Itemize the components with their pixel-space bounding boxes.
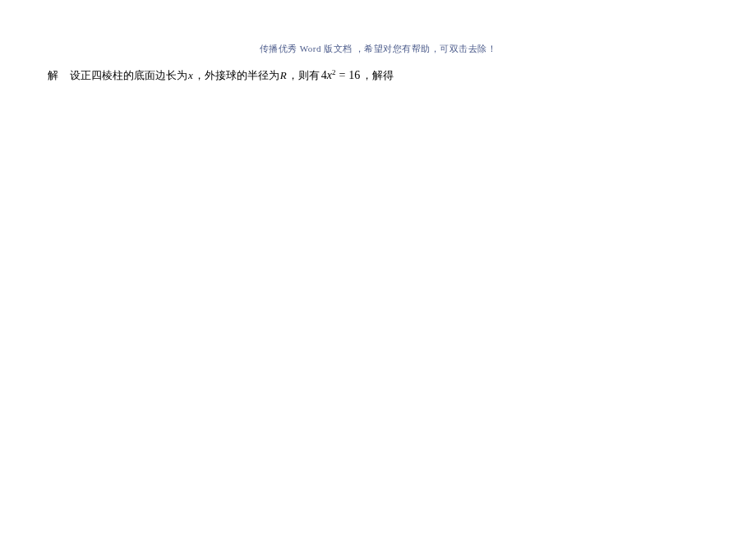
math-coefficient: 4	[321, 65, 327, 85]
math-variable-r: R	[279, 66, 288, 85]
header-watermark: 传播优秀 Word 版文档 ，希望对您有帮助，可双击去除！	[48, 43, 708, 55]
math-superscript: 2	[332, 66, 336, 79]
text-part-1: 设正四棱柱的底面边长为	[70, 66, 187, 85]
math-variable-x: x	[187, 66, 194, 85]
text-part-3: ，则有	[288, 66, 320, 85]
text-part-4: ，解得	[362, 66, 394, 85]
document-page: 传播优秀 Word 版文档 ，希望对您有帮助，可双击去除！ 解 设正四棱柱的底面…	[0, 0, 756, 85]
math-expression-equation: 4x2=16	[320, 65, 362, 85]
math-equals: =	[335, 65, 348, 85]
solution-line: 解 设正四棱柱的底面边长为 x ，外接球的半径为 R ，则有 4x2=16 ，解…	[48, 65, 708, 85]
answer-label: 解	[48, 66, 58, 85]
text-part-2: ，外接球的半径为	[194, 66, 279, 85]
math-number: 16	[348, 65, 360, 85]
